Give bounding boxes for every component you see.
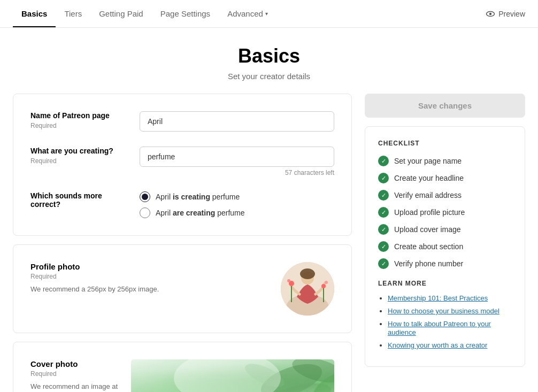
checklist-item-4: ✓ Upload cover image xyxy=(378,224,512,235)
checklist-text-3: Upload profile picture xyxy=(394,208,465,217)
learn-more-item-0: Membership 101: Best Practices xyxy=(388,294,512,302)
content-layout: Name of Patreon page Required What are y… xyxy=(13,94,525,392)
checklist-text-4: Upload cover image xyxy=(394,225,461,234)
nav-tiers[interactable]: Tiers xyxy=(56,1,90,27)
learn-more-link-0[interactable]: Membership 101: Best Practices xyxy=(388,294,488,302)
learn-more-item-3: Knowing your worth as a creator xyxy=(388,341,512,349)
profile-photo-section: Profile photo Required We recommend a 25… xyxy=(30,262,334,316)
radio-option-are[interactable]: April are creating perfume xyxy=(140,207,334,218)
svg-point-7 xyxy=(287,279,290,282)
checklist-item-3: ✓ Upload profile picture xyxy=(378,207,512,218)
page-header: Basics Set your creator details xyxy=(13,28,525,94)
checklist-item-0: ✓ Set your page name xyxy=(378,156,512,166)
main-content: Name of Patreon page Required What are y… xyxy=(13,94,352,392)
nav-getting-paid[interactable]: Getting Paid xyxy=(90,1,152,27)
preview-link[interactable]: Preview xyxy=(486,9,525,19)
profile-avatar[interactable] xyxy=(281,262,334,316)
nav-advanced[interactable]: Advanced ▾ xyxy=(219,1,276,27)
page-title: Basics xyxy=(13,45,525,67)
svg-point-8 xyxy=(321,284,326,288)
creating-required: Required xyxy=(30,157,57,165)
profile-photo-card: Profile photo Required We recommend a 25… xyxy=(13,244,352,333)
cover-photo-image[interactable] xyxy=(131,359,334,392)
radio-is-text: April is creating perfume xyxy=(156,193,240,201)
sidebar: Save changes CHECKLIST ✓ Set your page n… xyxy=(365,94,525,392)
radio-are-creating[interactable] xyxy=(140,207,150,218)
learn-more-title: LEARN MORE xyxy=(378,280,512,287)
page-subtitle: Set your creator details xyxy=(13,72,525,81)
creating-label: What are you creating? xyxy=(30,147,127,155)
eye-icon xyxy=(486,9,495,19)
creating-input[interactable] xyxy=(140,147,334,167)
learn-more-item-2: How to talk about Patreon to your audien… xyxy=(388,319,512,336)
profile-photo-required: Required xyxy=(30,273,268,280)
top-navigation: Basics Tiers Getting Paid Page Settings … xyxy=(0,0,538,28)
cover-photo-card: Cover photo Required We recommend an ima… xyxy=(13,342,352,392)
profile-photo-description: We recommend a 256px by 256px image. xyxy=(30,285,268,294)
cover-photo-description: We recommend an image at xyxy=(30,382,118,391)
check-icon-6: ✓ xyxy=(378,258,389,269)
radio-are-text: April are creating perfume xyxy=(156,209,245,217)
creating-group: What are you creating? Required 57 chara… xyxy=(30,147,334,176)
basics-card: Name of Patreon page Required What are y… xyxy=(13,94,352,236)
checklist-text-5: Create about section xyxy=(394,242,463,251)
check-icon-2: ✓ xyxy=(378,190,389,201)
pronoun-label: Which sounds more correct? xyxy=(30,191,127,209)
nav-items: Basics Tiers Getting Paid Page Settings … xyxy=(13,1,486,27)
cover-photo-section: Cover photo Required We recommend an ima… xyxy=(30,359,334,392)
check-icon-4: ✓ xyxy=(378,224,389,235)
cover-photo-required: Required xyxy=(30,370,118,378)
char-count: 57 characters left xyxy=(140,169,334,176)
checklist-card: CHECKLIST ✓ Set your page name ✓ Create … xyxy=(365,126,525,367)
page-name-required: Required xyxy=(30,122,57,129)
avatar-image xyxy=(281,262,334,316)
cover-svg xyxy=(131,359,334,392)
svg-point-1 xyxy=(489,12,492,15)
checklist-text-0: Set your page name xyxy=(394,157,462,165)
svg-point-5 xyxy=(300,268,315,279)
learn-more-link-1[interactable]: How to choose your business model xyxy=(388,307,499,315)
nav-basics[interactable]: Basics xyxy=(13,1,56,27)
radio-is-creating[interactable] xyxy=(140,191,150,202)
cover-photo-label: Cover photo xyxy=(30,359,118,368)
checklist-item-1: ✓ Create your headline xyxy=(378,173,512,183)
checklist-item-2: ✓ Verify email address xyxy=(378,190,512,201)
checklist-item-5: ✓ Create about section xyxy=(378,241,512,252)
check-icon-1: ✓ xyxy=(378,173,389,183)
radio-option-is[interactable]: April is creating perfume xyxy=(140,191,334,202)
checklist-title: CHECKLIST xyxy=(378,140,512,147)
check-icon-3: ✓ xyxy=(378,207,389,218)
svg-point-17 xyxy=(174,359,281,392)
check-icon-5: ✓ xyxy=(378,241,389,252)
save-changes-button[interactable]: Save changes xyxy=(365,94,525,118)
chevron-down-icon: ▾ xyxy=(265,11,268,17)
learn-more-link-2[interactable]: How to talk about Patreon to your audien… xyxy=(388,320,491,336)
radio-group: April is creating perfume April are crea… xyxy=(140,191,334,218)
learn-more-item-1: How to choose your business model xyxy=(388,306,512,315)
nav-page-settings[interactable]: Page Settings xyxy=(152,1,219,27)
page-name-group: Name of Patreon page Required xyxy=(30,111,334,132)
checklist-text-2: Verify email address xyxy=(394,191,462,199)
page-name-label: Name of Patreon page xyxy=(30,111,127,120)
learn-more-link-3[interactable]: Knowing your worth as a creator xyxy=(388,341,487,349)
check-icon-0: ✓ xyxy=(378,156,389,166)
svg-point-9 xyxy=(325,281,328,284)
learn-more-list: Membership 101: Best Practices How to ch… xyxy=(378,294,512,349)
checklist-text-1: Create your headline xyxy=(394,174,464,182)
main-container: Basics Set your creator details Name of … xyxy=(0,28,538,392)
profile-photo-label: Profile photo xyxy=(30,262,268,271)
checklist-text-6: Verify phone number xyxy=(394,259,463,268)
pronoun-group: Which sounds more correct? April is crea… xyxy=(30,191,334,218)
page-name-input[interactable] xyxy=(140,111,334,132)
checklist-item-6: ✓ Verify phone number xyxy=(378,258,512,269)
